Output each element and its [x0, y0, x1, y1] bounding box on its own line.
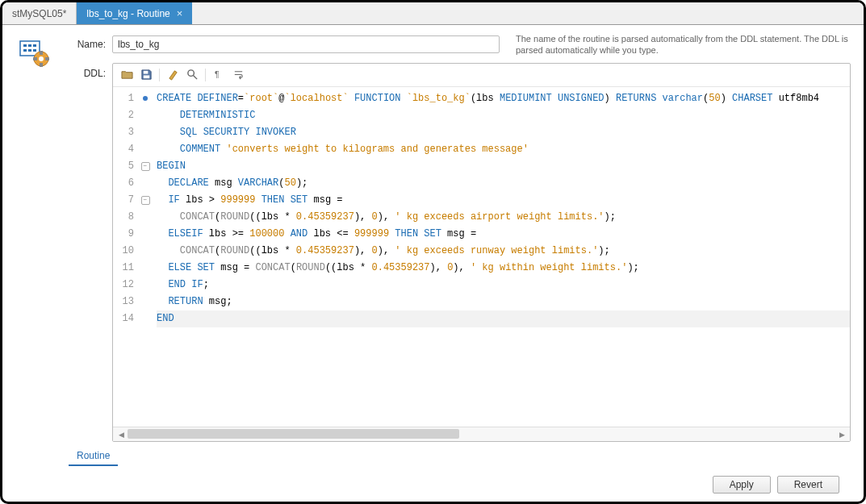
- code-area[interactable]: 1 2 3 4 5− 6 7− 8 9 10 11: [113, 87, 850, 427]
- routine-editor-window: stMySQL05* lbs_to_kg - Routine × Name: T…: [2, 2, 864, 502]
- svg-rect-8: [40, 51, 43, 55]
- tab-label: stMySQL05*: [12, 8, 66, 19]
- close-icon[interactable]: ×: [177, 7, 183, 19]
- svg-rect-6: [33, 49, 36, 52]
- code-lines[interactable]: CREATE DEFINER=`root`@`localhost` FUNCTI…: [157, 87, 850, 427]
- editor-toolbar: ¶: [113, 64, 850, 87]
- footer: Apply Revert: [57, 468, 851, 502]
- fold-icon: −: [141, 196, 150, 205]
- svg-line-16: [193, 76, 197, 80]
- ddl-row: DDL: ¶ 1: [57, 63, 851, 442]
- apply-button[interactable]: Apply: [713, 476, 771, 494]
- invisibles-icon[interactable]: ¶: [210, 67, 228, 83]
- right-area: Name: The name of the routine is parsed …: [57, 33, 857, 502]
- scroll-thumb[interactable]: [128, 429, 459, 439]
- scroll-right-icon[interactable]: ▶: [835, 431, 848, 439]
- code-scroll: 1 2 3 4 5− 6 7− 8 9 10 11: [113, 87, 850, 441]
- bottom-tab-routine[interactable]: Routine: [69, 447, 118, 466]
- name-input[interactable]: [112, 35, 500, 53]
- tab-label: lbs_to_kg - Routine: [86, 8, 169, 19]
- svg-rect-9: [40, 63, 43, 67]
- scroll-left-icon[interactable]: ◀: [115, 431, 128, 439]
- svg-rect-10: [33, 57, 37, 60]
- svg-rect-13: [143, 71, 148, 74]
- revert-button[interactable]: Revert: [777, 476, 839, 494]
- tab-lbs-to-kg-routine[interactable]: lbs_to_kg - Routine ×: [77, 2, 192, 24]
- toolbar-separator: [159, 69, 160, 81]
- svg-point-15: [187, 70, 194, 77]
- ddl-label: DDL:: [57, 63, 106, 442]
- svg-rect-1: [23, 44, 27, 47]
- save-icon[interactable]: [137, 67, 155, 83]
- ddl-editor: ¶ 1 2 3 4 5− 6 7−: [112, 63, 851, 442]
- routine-icon: [9, 33, 57, 502]
- content: Name: The name of the routine is parsed …: [2, 25, 864, 502]
- name-label: Name:: [57, 39, 106, 50]
- svg-rect-14: [143, 76, 149, 79]
- toolbar-separator: [205, 69, 206, 81]
- svg-rect-11: [45, 57, 49, 60]
- svg-rect-5: [28, 49, 31, 52]
- horizontal-scrollbar[interactable]: ◀ ▶: [113, 427, 850, 441]
- svg-rect-3: [33, 44, 36, 47]
- svg-rect-2: [28, 44, 31, 47]
- bottom-tab-bar: Routine: [57, 442, 851, 468]
- fold-icon: −: [141, 162, 150, 171]
- help-text: The name of the routine is parsed automa…: [506, 33, 851, 56]
- beautify-icon[interactable]: [164, 67, 182, 83]
- tab-bar: stMySQL05* lbs_to_kg - Routine ×: [2, 2, 864, 25]
- open-icon[interactable]: [118, 67, 136, 83]
- tab-stmysql05[interactable]: stMySQL05*: [2, 2, 77, 24]
- svg-rect-4: [23, 49, 27, 52]
- wrap-icon[interactable]: [229, 67, 247, 83]
- svg-text:¶: ¶: [214, 70, 219, 79]
- name-row: Name: The name of the routine is parsed …: [57, 33, 851, 56]
- svg-point-12: [39, 56, 44, 61]
- search-icon[interactable]: [183, 67, 201, 83]
- line-gutter: 1 2 3 4 5− 6 7− 8 9 10 11: [113, 87, 157, 427]
- breakpoint-icon: [143, 96, 148, 101]
